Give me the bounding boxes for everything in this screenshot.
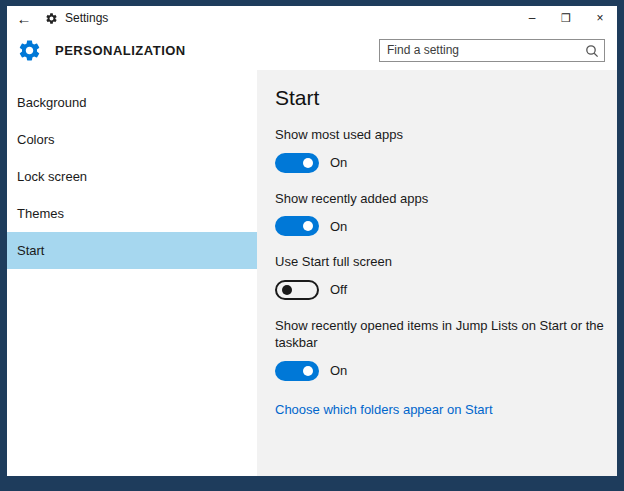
page-title: PERSONALIZATION: [55, 43, 186, 58]
minimize-button[interactable]: –: [515, 6, 549, 30]
toggle-jump-lists[interactable]: [275, 361, 319, 381]
close-button[interactable]: ×: [583, 6, 617, 30]
setting-label: Show most used apps: [275, 126, 609, 144]
setting-label: Use Start full screen: [275, 253, 609, 271]
toggle-state-label: On: [330, 219, 347, 234]
page-header: PERSONALIZATION: [7, 30, 617, 70]
sidebar: Background Colors Lock screen Themes Sta…: [7, 70, 257, 476]
toggle-use-start-full-screen[interactable]: [275, 280, 319, 300]
section-title: Start: [275, 86, 609, 110]
settings-window: ← Settings – ❒ × PERSONALIZATION: [7, 6, 617, 476]
window-title: Settings: [65, 11, 108, 25]
choose-folders-link[interactable]: Choose which folders appear on Start: [275, 402, 493, 417]
sidebar-item-themes[interactable]: Themes: [7, 195, 257, 232]
toggle-state-label: On: [330, 363, 347, 378]
toggle-state-label: On: [330, 155, 347, 170]
back-arrow-icon: ←: [17, 10, 32, 27]
back-button[interactable]: ←: [7, 10, 41, 27]
search-icon[interactable]: [584, 43, 600, 59]
toggle-knob: [303, 158, 313, 168]
sidebar-item-start[interactable]: Start: [7, 232, 257, 269]
main-content: Start Show most used apps On Show recent…: [257, 70, 617, 476]
sidebar-item-colors[interactable]: Colors: [7, 121, 257, 158]
setting-label: Show recently added apps: [275, 190, 609, 208]
search-box: [379, 39, 605, 62]
maximize-button[interactable]: ❒: [549, 6, 583, 30]
setting-group: Show most used apps On: [275, 126, 609, 173]
setting-label: Show recently opened items in Jump Lists…: [275, 317, 609, 352]
setting-group: Show recently opened items in Jump Lists…: [275, 317, 609, 381]
setting-group: Use Start full screen Off: [275, 253, 609, 300]
toggle-knob: [282, 285, 292, 295]
sidebar-item-background[interactable]: Background: [7, 84, 257, 121]
toggle-show-recently-added-apps[interactable]: [275, 216, 319, 236]
settings-app-gear-icon: [45, 11, 59, 25]
setting-group: Show recently added apps On: [275, 190, 609, 237]
search-input[interactable]: [380, 40, 604, 61]
toggle-knob: [303, 221, 313, 231]
window-frame: ← Settings – ❒ × PERSONALIZATION: [0, 0, 624, 491]
gear-icon: [17, 37, 43, 63]
title-bar: ← Settings – ❒ ×: [7, 6, 617, 30]
sidebar-item-lock-screen[interactable]: Lock screen: [7, 158, 257, 195]
toggle-knob: [303, 366, 313, 376]
toggle-state-label: Off: [330, 282, 347, 297]
toggle-show-most-used-apps[interactable]: [275, 153, 319, 173]
